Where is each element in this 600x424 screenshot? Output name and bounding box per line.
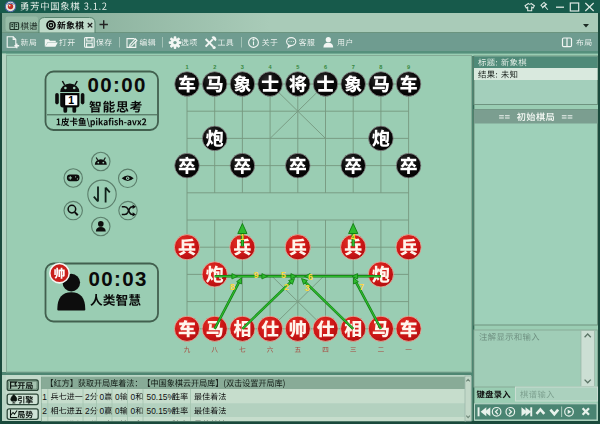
svg-text:1: 1 xyxy=(68,94,74,106)
svg-text:7: 7 xyxy=(352,64,355,70)
svg-text:2: 2 xyxy=(213,64,216,70)
svg-text:3: 3 xyxy=(241,64,244,70)
svg-text:0: 0 xyxy=(100,406,105,416)
svg-text:2: 2 xyxy=(85,392,90,402)
svg-text:0: 0 xyxy=(131,392,136,402)
svg-text:2: 2 xyxy=(284,282,289,292)
svg-text:3: 3 xyxy=(305,283,310,293)
svg-text:50.15%: 50.15% xyxy=(147,406,176,416)
svg-text:2: 2 xyxy=(42,406,47,416)
svg-text:6: 6 xyxy=(324,64,327,70)
svg-text:8: 8 xyxy=(230,282,235,292)
svg-text:5: 5 xyxy=(296,64,299,70)
svg-text:6: 6 xyxy=(308,272,313,282)
svg-text:9: 9 xyxy=(407,64,410,70)
svg-text:1: 1 xyxy=(185,64,188,70)
svg-text:9: 9 xyxy=(254,270,259,280)
svg-text:1: 1 xyxy=(42,392,47,402)
svg-text:0: 0 xyxy=(115,392,120,402)
svg-text:0: 0 xyxy=(100,392,105,402)
svg-text:50.15%: 50.15% xyxy=(147,392,176,402)
svg-text:0: 0 xyxy=(131,406,136,416)
svg-text:00:03: 00:03 xyxy=(89,267,148,290)
svg-text:5: 5 xyxy=(281,270,286,280)
svg-text:0: 0 xyxy=(115,406,120,416)
svg-text:1: 1 xyxy=(240,232,245,242)
svg-text:00:00: 00:00 xyxy=(88,73,147,96)
svg-text:2: 2 xyxy=(85,406,90,416)
svg-text:7: 7 xyxy=(359,282,364,292)
svg-text:8: 8 xyxy=(379,64,382,70)
svg-text:4: 4 xyxy=(351,232,356,242)
